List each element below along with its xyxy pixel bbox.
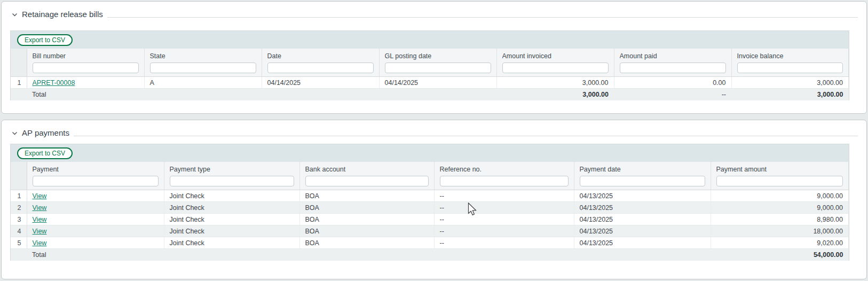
ap-toolbar: Export to CSV bbox=[11, 144, 849, 162]
total-row: Total 3,000.00 -- 3,000.00 bbox=[11, 89, 849, 100]
column-header-date: Date bbox=[262, 49, 379, 77]
total-row-spacer bbox=[11, 89, 27, 100]
ap-payments-table: Payment Payment type Bank account Refere… bbox=[11, 162, 849, 261]
filter-input-payment-type[interactable] bbox=[170, 176, 294, 186]
retainage-table-container: Export to CSV Bill number State Date bbox=[10, 30, 849, 100]
payment-date-cell: 04/13/2025 bbox=[574, 202, 711, 214]
total-label: Total bbox=[27, 89, 144, 100]
payment-type-cell: Joint Check bbox=[164, 190, 299, 202]
payment-date-cell: 04/13/2025 bbox=[574, 214, 711, 225]
date-cell: 04/14/2025 bbox=[262, 77, 379, 89]
section-divider bbox=[107, 17, 858, 18]
filter-input-bank-account[interactable] bbox=[305, 176, 429, 186]
filter-input-payment-amount[interactable] bbox=[716, 176, 843, 186]
table-row: 3 View Joint Check BOA -- 04/13/2025 8,9… bbox=[11, 214, 849, 225]
column-header-payment-amount: Payment amount bbox=[711, 162, 849, 190]
table-row: 2 View Joint Check BOA -- 04/13/2025 9,0… bbox=[11, 202, 849, 214]
payment-type-cell: Joint Check bbox=[164, 202, 299, 214]
reference-no-cell: -- bbox=[434, 225, 574, 237]
view-payment-link[interactable]: View bbox=[33, 228, 47, 235]
filter-input-amount-invoiced[interactable] bbox=[502, 63, 609, 73]
view-payment-link[interactable]: View bbox=[33, 216, 47, 223]
table-row: 1 APRET-00008 A 04/14/2025 04/14/2025 3,… bbox=[11, 77, 849, 89]
ap-section-header: AP payments bbox=[10, 127, 858, 138]
amount-paid-cell: 0.00 bbox=[614, 77, 731, 89]
retainage-header-row: Bill number State Date GL posting date A… bbox=[11, 49, 849, 77]
filter-input-state[interactable] bbox=[150, 63, 256, 73]
total-row: Total 54,000.00 bbox=[11, 249, 849, 261]
chevron-down-icon[interactable] bbox=[11, 11, 18, 18]
bank-account-cell: BOA bbox=[299, 190, 434, 202]
table-row: 5 View Joint Check BOA -- 04/13/2025 9,0… bbox=[11, 237, 849, 249]
view-payment-link[interactable]: View bbox=[33, 192, 47, 200]
row-number-header bbox=[11, 49, 27, 77]
total-payment-amount: 54,000.00 bbox=[711, 249, 849, 261]
bank-account-cell: BOA bbox=[299, 225, 434, 237]
payment-amount-cell: 18,000.00 bbox=[711, 225, 849, 237]
row-number: 3 bbox=[11, 214, 27, 225]
gl-posting-date-cell: 04/14/2025 bbox=[379, 77, 496, 89]
reference-no-cell: -- bbox=[434, 202, 574, 214]
column-header-bill-number: Bill number bbox=[27, 49, 144, 77]
invoice-balance-cell: 3,000.00 bbox=[731, 77, 849, 89]
payment-type-cell: Joint Check bbox=[164, 214, 299, 225]
retainage-bills-table: Bill number State Date GL posting date A… bbox=[11, 49, 849, 100]
payment-date-cell: 04/13/2025 bbox=[574, 237, 711, 249]
reference-no-cell: -- bbox=[434, 214, 574, 225]
payment-type-cell: Joint Check bbox=[164, 237, 299, 249]
bank-account-cell: BOA bbox=[299, 237, 434, 249]
column-header-gl-posting-date: GL posting date bbox=[379, 49, 496, 77]
total-label: Total bbox=[27, 249, 164, 261]
filter-input-payment-date[interactable] bbox=[580, 176, 705, 186]
column-header-amount-paid: Amount paid bbox=[614, 49, 731, 77]
column-header-payment-type: Payment type bbox=[164, 162, 299, 190]
export-to-csv-button[interactable]: Export to CSV bbox=[17, 34, 73, 46]
reference-no-cell: -- bbox=[434, 190, 574, 202]
table-row: 4 View Joint Check BOA -- 04/13/2025 18,… bbox=[11, 225, 849, 237]
view-payment-link[interactable]: View bbox=[33, 204, 47, 212]
payment-amount-cell: 9,000.00 bbox=[711, 202, 849, 214]
filter-input-reference-no[interactable] bbox=[440, 176, 569, 186]
payment-amount-cell: 8,980.00 bbox=[711, 214, 849, 225]
row-number: 1 bbox=[11, 190, 27, 202]
column-header-invoice-balance: Invoice balance bbox=[731, 49, 849, 77]
total-amount-paid: -- bbox=[614, 89, 731, 100]
filter-input-invoice-balance[interactable] bbox=[737, 63, 843, 73]
filter-input-date[interactable] bbox=[267, 63, 374, 73]
section-title: AP payments bbox=[22, 128, 69, 138]
total-amount-invoiced: 3,000.00 bbox=[496, 89, 614, 100]
column-header-payment-date: Payment date bbox=[574, 162, 711, 190]
filter-input-amount-paid[interactable] bbox=[620, 63, 726, 73]
filter-input-bill-number[interactable] bbox=[33, 63, 139, 73]
total-row-spacer bbox=[11, 249, 27, 261]
view-payment-link[interactable]: View bbox=[33, 239, 47, 247]
section-title: Retainage release bills bbox=[22, 9, 103, 20]
filter-input-gl-posting-date[interactable] bbox=[385, 63, 491, 73]
state-cell: A bbox=[144, 77, 262, 89]
table-row: 1 View Joint Check BOA -- 04/13/2025 9,0… bbox=[11, 190, 849, 202]
ap-payments-section: AP payments Export to CSV Payment Paymen… bbox=[1, 120, 867, 279]
column-header-amount-invoiced: Amount invoiced bbox=[496, 49, 614, 77]
column-header-state: State bbox=[144, 49, 262, 77]
payment-amount-cell: 9,000.00 bbox=[711, 190, 849, 202]
chevron-down-icon[interactable] bbox=[11, 130, 18, 137]
retainage-toolbar: Export to CSV bbox=[11, 31, 849, 49]
export-to-csv-button[interactable]: Export to CSV bbox=[17, 147, 73, 159]
ap-payments-table-container: Export to CSV Payment Payment type Bank … bbox=[10, 144, 849, 261]
payment-type-cell: Joint Check bbox=[164, 225, 299, 237]
payment-date-cell: 04/13/2025 bbox=[574, 190, 711, 202]
bill-number-link[interactable]: APRET-00008 bbox=[33, 79, 75, 87]
row-number: 5 bbox=[11, 237, 27, 249]
bank-account-cell: BOA bbox=[299, 214, 434, 225]
filter-input-payment[interactable] bbox=[33, 176, 159, 186]
retainage-section-header: Retainage release bills bbox=[10, 8, 858, 20]
row-number: 4 bbox=[11, 225, 27, 237]
section-divider bbox=[74, 136, 858, 136]
payment-amount-cell: 9,020.00 bbox=[711, 237, 849, 249]
reference-no-cell: -- bbox=[434, 237, 574, 249]
payment-date-cell: 04/13/2025 bbox=[574, 225, 711, 237]
retainage-release-bills-section: Retainage release bills Export to CSV Bi… bbox=[1, 1, 867, 114]
bank-account-cell: BOA bbox=[299, 202, 434, 214]
row-number: 1 bbox=[11, 77, 27, 89]
row-number: 2 bbox=[11, 202, 27, 214]
